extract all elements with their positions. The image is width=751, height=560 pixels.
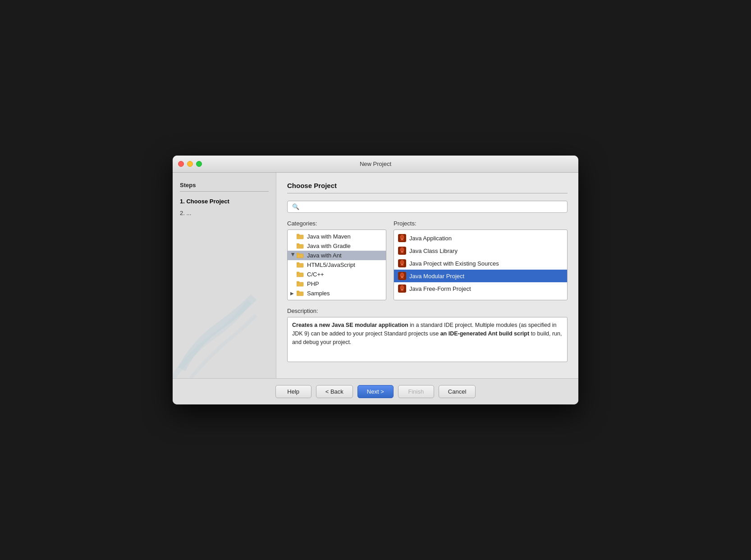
categories-panel: Categories: Java with Maven <box>287 220 386 300</box>
search-bar: 🔍 <box>287 201 568 213</box>
step-1: 1. Choose Project <box>180 197 269 206</box>
svg-rect-33 <box>400 278 404 279</box>
svg-rect-16 <box>401 239 403 239</box>
svg-rect-7 <box>297 262 299 264</box>
maximize-button[interactable] <box>196 161 202 167</box>
help-button[interactable]: Help <box>275 385 311 398</box>
description-label: Description: <box>287 308 568 314</box>
project-java-class-library[interactable]: Java Class Library <box>394 244 567 257</box>
traffic-lights <box>178 161 202 167</box>
description-text: Creates a new Java SE modular applicatio… <box>292 321 563 346</box>
panels-row: Categories: Java with Maven <box>287 220 568 300</box>
svg-rect-27 <box>401 265 403 265</box>
section-title: Choose Project <box>287 182 568 193</box>
categories-label: Categories: <box>287 220 386 227</box>
category-java-maven[interactable]: Java with Maven <box>288 232 386 241</box>
folder-icon-html5 <box>297 262 305 268</box>
minimize-button[interactable] <box>187 161 193 167</box>
projects-label: Projects: <box>394 220 568 227</box>
step-2: 2. ... <box>180 209 269 218</box>
steps-title: Steps <box>180 182 269 192</box>
folder-icon-samples <box>297 290 305 297</box>
search-input[interactable] <box>302 203 563 210</box>
project-java-application[interactable]: Java Application <box>394 232 567 244</box>
svg-rect-17 <box>401 239 403 240</box>
category-java-gradle[interactable]: Java with Gradle <box>288 241 386 251</box>
folder-icon-gradle <box>297 243 305 249</box>
folder-icon-cpp <box>297 271 305 278</box>
project-modular-label: Java Modular Project <box>409 273 464 280</box>
step-1-label: Choose Project <box>186 198 229 205</box>
svg-rect-32 <box>401 277 403 278</box>
svg-rect-38 <box>400 290 404 291</box>
svg-rect-22 <box>401 252 403 252</box>
folder-icon-ant <box>297 252 305 259</box>
back-button[interactable]: < Back <box>316 385 353 398</box>
java-existing-icon <box>398 259 407 268</box>
category-ant-label: Java with Ant <box>307 252 342 259</box>
svg-rect-26 <box>401 264 403 265</box>
arrow-ant: ▶ <box>291 253 296 258</box>
description-section: Description: Creates a new Java SE modul… <box>287 308 568 362</box>
description-bold-2: an IDE-generated Ant build script <box>440 330 529 337</box>
sidebar: Steps 1. Choose Project 2. ... <box>173 173 276 378</box>
category-cpp[interactable]: C/C++ <box>288 270 386 279</box>
svg-rect-36 <box>401 289 403 290</box>
category-samples-label: Samples <box>307 290 330 297</box>
svg-rect-1 <box>297 234 299 235</box>
svg-rect-3 <box>297 243 299 245</box>
next-button[interactable]: Next > <box>357 385 394 398</box>
svg-rect-8 <box>297 273 303 277</box>
folder-icon-maven <box>297 234 305 240</box>
svg-rect-5 <box>297 253 299 254</box>
java-lib-icon <box>398 246 407 255</box>
svg-rect-0 <box>297 235 303 239</box>
category-gradle-label: Java with Gradle <box>307 243 351 249</box>
java-modular-icon <box>398 271 407 280</box>
main-content: Choose Project 🔍 Categories: <box>276 173 578 378</box>
svg-rect-13 <box>297 291 299 292</box>
projects-listbox[interactable]: Java Application <box>394 230 568 300</box>
project-freeform-label: Java Free-Form Project <box>409 285 471 292</box>
sidebar-watermark <box>173 288 263 378</box>
svg-rect-21 <box>401 251 403 252</box>
folder-icon-php <box>297 281 305 287</box>
description-box: Creates a new Java SE modular applicatio… <box>287 317 568 362</box>
category-html5[interactable]: HTML5/JavaScript <box>288 260 386 270</box>
svg-rect-10 <box>297 282 303 286</box>
categories-listbox[interactable]: Java with Maven Java with Gradle <box>287 230 386 300</box>
steps-list: 1. Choose Project 2. ... <box>180 197 269 217</box>
window-title: New Project <box>360 161 391 167</box>
projects-panel: Projects: <box>394 220 568 300</box>
footer: Help < Back Next > Finish Cancel <box>173 378 578 404</box>
svg-rect-31 <box>401 276 403 277</box>
description-bold-1: Creates a new Java SE modular applicatio… <box>292 322 408 328</box>
category-maven-label: Java with Maven <box>307 233 351 240</box>
category-php-label: PHP <box>307 280 319 287</box>
project-java-modular[interactable]: Java Modular Project <box>394 270 567 282</box>
svg-rect-23 <box>400 252 404 253</box>
project-java-app-label: Java Application <box>409 235 452 242</box>
svg-rect-9 <box>297 272 299 273</box>
search-icon: 🔍 <box>292 203 299 210</box>
step-2-number: 2. <box>180 210 185 216</box>
close-button[interactable] <box>178 161 184 167</box>
project-existing-label: Java Project with Existing Sources <box>409 260 499 267</box>
category-php[interactable]: PHP <box>288 279 386 289</box>
svg-rect-18 <box>400 240 404 241</box>
svg-rect-28 <box>400 265 404 266</box>
project-java-freeform[interactable]: Java Free-Form Project <box>394 282 567 295</box>
finish-button[interactable]: Finish <box>398 385 434 398</box>
titlebar: New Project <box>173 156 578 173</box>
svg-rect-37 <box>401 290 403 290</box>
java-freeform-icon <box>398 284 407 293</box>
project-java-lib-label: Java Class Library <box>409 248 458 254</box>
cancel-button[interactable]: Cancel <box>439 385 476 398</box>
category-html5-label: HTML5/JavaScript <box>307 262 355 268</box>
new-project-window: New Project Steps 1. Choose Project 2. .… <box>173 156 578 404</box>
category-java-ant[interactable]: ▶ Java with Ant <box>288 251 386 260</box>
svg-rect-2 <box>297 244 303 248</box>
category-samples[interactable]: ▶ Samples <box>288 289 386 298</box>
arrow-samples: ▶ <box>290 291 296 296</box>
project-java-existing-sources[interactable]: Java Project with Existing Sources <box>394 257 567 270</box>
